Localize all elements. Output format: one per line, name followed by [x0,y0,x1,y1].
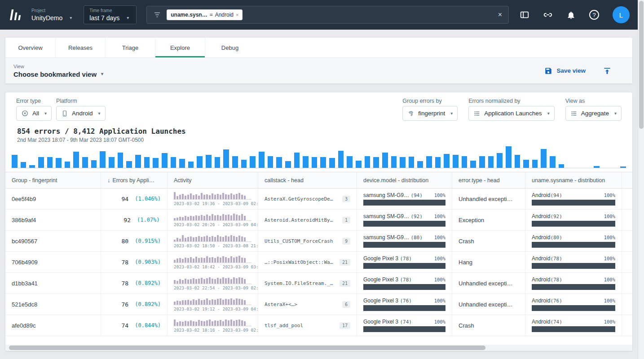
histogram-bar[interactable] [594,166,600,168]
column-header-activity[interactable]: Activity [168,172,258,188]
table-row[interactable]: 521e5dc876(0.892%)2023-03-02 19:12 - 202… [5,294,632,315]
histogram-bar[interactable] [29,165,35,168]
notifications-bell-icon[interactable] [566,10,576,20]
histogram-bar[interactable] [135,155,141,168]
histogram-bar[interactable] [373,157,379,168]
histogram-bar[interactable] [91,160,97,168]
layout-view-icon[interactable] [520,10,529,20]
fingerprint-cell[interactable]: 386b9af4 [5,210,101,230]
histogram-bar[interactable] [276,157,282,168]
histogram-bar[interactable] [223,149,229,168]
histogram-bar[interactable] [329,158,335,168]
histogram-bar[interactable] [515,155,520,168]
tab-overview[interactable]: Overview [5,38,55,57]
project-selector[interactable]: Project UnityDemo ▾ [31,8,72,22]
histogram-bar[interactable] [250,156,256,168]
tab-triage[interactable]: Triage [105,38,155,57]
column-header-errors[interactable]: ↓ Errors by Appli… [101,172,168,188]
clear-filters-icon[interactable]: × [498,11,502,19]
view-as-dropdown[interactable]: Aggregate ▾ [565,106,622,121]
histogram-bar[interactable] [232,156,238,168]
histogram-bar[interactable] [391,156,397,168]
scroll-to-top-icon[interactable] [603,66,612,75]
histogram-bar[interactable] [153,158,159,168]
histogram-bar[interactable] [126,161,132,168]
histogram-bar[interactable] [65,162,71,168]
histogram-bar[interactable] [488,156,494,168]
fingerprint-cell[interactable]: bc490567 [5,231,101,251]
histogram-bar[interactable] [100,151,106,168]
group-by-dropdown[interactable]: fingerprint ▾ [402,106,458,121]
histogram-bar[interactable] [400,157,406,168]
normalized-by-dropdown[interactable]: Application Launches ▾ [468,106,554,121]
table-row[interactable]: d1bb3a4178(0.892%)2023-03-02 22:54 - 202… [5,273,632,294]
tab-releases[interactable]: Releases [55,38,105,57]
histogram-bar[interactable] [347,156,353,168]
column-header-device-model[interactable]: device.model - distribution [357,172,452,188]
histogram-bar[interactable] [285,161,291,168]
histogram-bar[interactable] [523,160,529,168]
column-header-error-type[interactable]: error.type - head [452,172,525,188]
link-icon[interactable] [543,10,553,20]
histogram-bar[interactable] [453,155,459,168]
table-row[interactable]: afe0d89c74(0.844%)2023-03-02 18:16 - 202… [5,315,632,336]
table-row[interactable]: 706b490978(0.903%)2023-03-02 18:42 - 202… [5,252,632,273]
histogram-bar[interactable] [294,153,300,168]
horizontal-scroll-thumb[interactable] [9,346,485,350]
histogram-bar[interactable] [312,157,318,168]
histogram-bar[interactable] [12,155,18,168]
histogram-bar[interactable] [259,152,265,168]
histogram-bar[interactable] [338,151,344,168]
vertical-scrollbar[interactable] [638,0,644,359]
error-histogram[interactable] [12,146,626,168]
histogram-bar[interactable] [215,157,221,168]
help-icon[interactable]: ? [589,10,599,20]
histogram-bar[interactable] [497,153,503,168]
histogram-bar[interactable] [144,157,150,168]
histogram-bar[interactable] [417,161,423,168]
table-row[interactable]: 386b9af492(1.07%)2023-03-02 20:26 - 2023… [5,210,632,231]
fingerprint-cell[interactable]: 706b4909 [5,252,101,272]
histogram-bar[interactable] [462,156,468,168]
horizontal-scrollbar[interactable] [5,345,632,351]
fingerprint-cell[interactable]: 521e5dc8 [5,294,101,315]
histogram-bar[interactable] [162,153,168,168]
error-type-dropdown[interactable]: All ▾ [16,106,52,121]
histogram-bar[interactable] [479,156,485,168]
histogram-bar[interactable] [382,153,388,168]
tab-debug[interactable]: Debug [205,38,255,57]
histogram-bar[interactable] [82,157,88,168]
histogram-bar[interactable] [506,146,512,168]
histogram-bar[interactable] [21,162,26,168]
fingerprint-cell[interactable]: 0ee5f4b9 [5,188,101,209]
table-row[interactable]: 0ee5f4b994(1.046%)2023-03-02 19:36 - 202… [5,188,632,210]
tab-explore[interactable]: Explore [155,38,205,57]
column-header-uname-sysname[interactable]: uname.sysname - distribution [525,172,622,188]
fingerprint-cell[interactable]: afe0d89c [5,315,101,336]
fingerprint-cell[interactable]: d1bb3a41 [5,273,101,293]
column-header-callstack[interactable]: callstack - head [258,172,357,188]
histogram-bar[interactable] [365,156,371,168]
histogram-bar[interactable] [197,156,203,168]
histogram-bar[interactable] [470,161,476,168]
platform-dropdown[interactable]: Android ▾ [56,106,106,121]
vertical-scroll-thumb[interactable] [639,1,644,129]
table-row[interactable]: bc49056780(0.915%)2023-03-02 18:50 - 202… [5,231,632,252]
histogram-bar[interactable] [47,157,53,168]
histogram-bar[interactable] [409,157,415,168]
bookmarked-view-dropdown[interactable]: Choose bookmarked view ▾ [13,70,103,78]
filter-chip[interactable]: uname.sysn… = Android × [167,9,243,20]
histogram-bar[interactable] [303,156,309,168]
histogram-bar[interactable] [268,156,273,168]
histogram-bar[interactable] [118,153,124,168]
histogram-bar[interactable] [559,164,565,168]
column-header-fingerprint[interactable]: Group - fingerprint [5,172,101,188]
histogram-bar[interactable] [188,162,194,168]
histogram-bar[interactable] [73,152,79,168]
histogram-bar[interactable] [56,158,62,168]
histogram-bar[interactable] [171,157,176,168]
histogram-bar[interactable] [38,157,44,168]
histogram-bar[interactable] [320,157,326,168]
histogram-bar[interactable] [620,166,626,168]
timeframe-selector[interactable]: Time frame last 7 days ▾ [84,5,137,24]
